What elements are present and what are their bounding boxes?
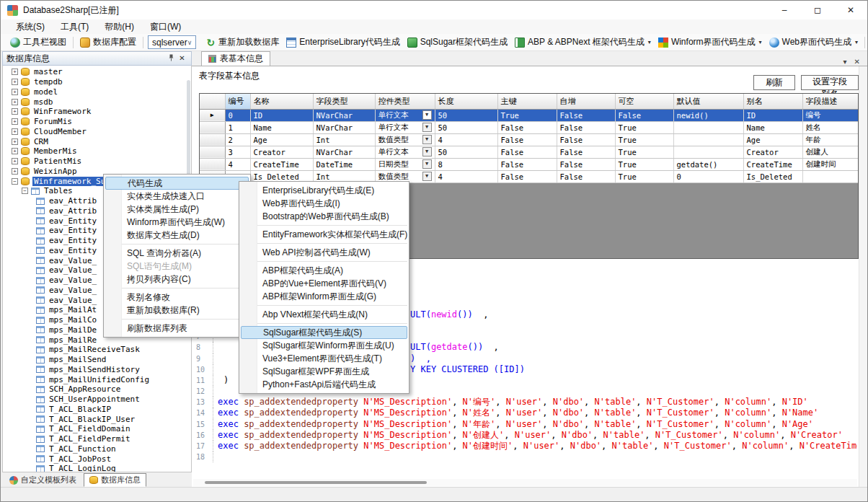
tree-db-ForumMis[interactable]: +ForumMis	[3, 117, 191, 127]
enterpriselibrary-codegen-button[interactable]: EnterpriseLibrary代码生成	[283, 35, 403, 50]
grid-cell[interactable]: 50	[435, 109, 497, 121]
grid-cell[interactable]: 创建时间	[802, 158, 858, 170]
menubar-item[interactable]: 帮助(H)	[97, 19, 142, 35]
grid-cell[interactable]: False	[557, 170, 615, 182]
tree-db-PatientMis[interactable]: +PatientMis	[3, 157, 191, 167]
submenu-item-9[interactable]: ABP的Vue+Element界面代码(V)	[239, 277, 409, 290]
grid-cell[interactable]: True	[615, 170, 673, 182]
grid-cell[interactable]: DateTime	[313, 158, 375, 170]
expand-icon[interactable]: +	[12, 128, 18, 135]
grid-cell[interactable]: Int	[313, 133, 375, 146]
expand-icon[interactable]: +	[12, 118, 18, 125]
column-header-1[interactable]: 名称	[250, 94, 313, 109]
abp-codegen-button[interactable]: ABP & ABPNext 框架代码生成▾	[511, 35, 655, 50]
grid-cell[interactable]: 4	[435, 170, 497, 182]
row-selector[interactable]	[200, 133, 225, 146]
grid-cell[interactable]: False	[497, 146, 557, 158]
expand-icon[interactable]: +	[12, 99, 18, 105]
grid-cell[interactable]: 编号	[802, 109, 858, 121]
tree-db-tempdb[interactable]: +tempdb	[3, 77, 191, 87]
grid-cell[interactable]: ID	[250, 109, 313, 121]
row-selector[interactable]	[200, 158, 225, 170]
grid-cell[interactable]: True	[615, 158, 673, 170]
submenu-item-17[interactable]: SqlSugar框架WPF界面生成	[239, 365, 409, 378]
column-header-0[interactable]: 编号	[225, 94, 250, 109]
column-header-6[interactable]: 自增	[557, 94, 615, 109]
tree-table-T_ACL_LoginLog[interactable]: T_ACL_LoginLog	[3, 464, 191, 472]
tree-db-MemberMis[interactable]: +MemberMis	[3, 146, 191, 157]
grid-cell[interactable]: 0	[225, 109, 250, 121]
close-button[interactable]: ✕	[834, 1, 867, 19]
grid-cell[interactable]: 单行文本▼	[375, 121, 435, 133]
context-menu-item-0[interactable]: 代码生成▸	[105, 177, 249, 190]
expand-icon[interactable]: +	[12, 148, 18, 154]
column-header-4[interactable]: 长度	[435, 94, 497, 109]
expand-icon[interactable]: +	[12, 89, 18, 95]
winform-codegen-button[interactable]: Winform界面代码生成▾	[655, 35, 766, 50]
row-selector[interactable]	[200, 146, 225, 158]
tab-list-chevron-icon[interactable]: ▾	[843, 58, 847, 66]
grid-cell[interactable]: 4	[435, 133, 497, 146]
grid-cell[interactable]: False	[497, 158, 557, 170]
column-header-9[interactable]: 别名	[743, 94, 802, 109]
submenu-item-18[interactable]: Python+FastApi后端代码生成	[239, 378, 409, 391]
tree-table-T_ACL_Function[interactable]: T_ACL_Function	[3, 444, 191, 454]
minimize-button[interactable]: –	[768, 1, 801, 19]
submenu-item-16[interactable]: Vue3+Element界面代码生成(T)	[239, 352, 409, 365]
column-header-2[interactable]: 字段类型	[313, 94, 375, 109]
grid-cell[interactable]: newid()	[673, 109, 743, 121]
panel-close-icon[interactable]: ✕	[177, 55, 187, 62]
expand-icon[interactable]: −	[12, 178, 18, 185]
dropdown-icon[interactable]: ▼	[422, 110, 432, 120]
menubar-item[interactable]: 窗口(W)	[142, 19, 189, 35]
grid-cell[interactable]: CreateTime	[743, 158, 802, 170]
sqlsugar-codegen-button[interactable]: SqlSugar框架代码生成	[404, 35, 511, 50]
tree-table-T_ACL_FieldDomain[interactable]: T_ACL_FieldDomain	[3, 424, 191, 434]
grid-cell[interactable]: True	[497, 109, 557, 121]
maximize-button[interactable]: ◻	[801, 1, 834, 19]
context-menu-item-13[interactable]: 刷新数据库列表	[104, 322, 250, 335]
submenu-item-6[interactable]: Web API控制器代码生成(W)	[239, 246, 409, 259]
expand-icon[interactable]: +	[12, 138, 18, 145]
context-menu-item-11[interactable]: 重新加载数据库(R)	[104, 304, 250, 317]
submenu-item-15[interactable]: SqlSugar框架Winform界面生成(U)	[239, 339, 409, 352]
tree-table-SCH_AppResource[interactable]: SCH_AppResource	[3, 384, 191, 395]
context-menu-item-2[interactable]: 实体类属性生成(P)	[104, 203, 250, 216]
dropdown-icon[interactable]: ▼	[422, 135, 432, 144]
submenu-item-14[interactable]: SqlSugar框架代码生成(S)	[241, 326, 407, 339]
grid-cell[interactable]	[673, 121, 743, 133]
grid-cell[interactable]: 数值类型▼	[375, 133, 435, 146]
grid-cell[interactable]: Age	[250, 133, 313, 146]
expand-icon[interactable]: +	[12, 158, 18, 164]
tree-db-CRM[interactable]: +CRM	[3, 136, 191, 146]
tree-db-master[interactable]: +master	[3, 67, 191, 77]
grid-cell[interactable]: False	[497, 121, 557, 133]
grid-cell[interactable]: True	[615, 133, 673, 146]
grid-cell[interactable]: 8	[435, 158, 497, 170]
grid-cell[interactable]: Age	[743, 133, 802, 146]
tree-table-SCH_UserAppointment[interactable]: SCH_UserAppointment	[3, 395, 191, 405]
dropdown-icon[interactable]: ▼	[422, 147, 432, 157]
grid-cell[interactable]: Is_Deleted	[743, 170, 802, 182]
expand-icon[interactable]: −	[22, 188, 28, 194]
tree-table-mps_MailReceiveTask[interactable]: mps_MailReceiveTask	[3, 345, 191, 355]
toolbar-view-button[interactable]: 工具栏视图	[6, 35, 70, 50]
tree-table-mps_MailSend[interactable]: mps_MailSend	[3, 355, 191, 365]
grid-cell[interactable]: Creator	[250, 146, 313, 158]
web-codegen-button[interactable]: Web界面代码生成▾	[766, 35, 862, 50]
database-config-button[interactable]: 数据库配置	[76, 35, 140, 50]
grid-cell[interactable]: Name	[743, 121, 802, 133]
grid-cell[interactable]: 50	[435, 146, 497, 158]
tab-close-icon[interactable]: ✕	[854, 58, 860, 66]
dropdown-icon[interactable]: ▼	[422, 123, 432, 132]
grid-cell[interactable]: 50	[435, 121, 497, 133]
submenu-item-1[interactable]: Web界面代码生成(I)	[239, 197, 409, 210]
grid-cell[interactable]: False	[615, 109, 673, 121]
tree-db-msdb[interactable]: +msdb	[3, 97, 191, 107]
submenu-item-2[interactable]: Bootstrap的Web界面代码生成(B)	[239, 210, 409, 223]
grid-cell[interactable]: NVarChar	[313, 109, 375, 121]
context-menu-item-8[interactable]: 拷贝列表内容(C)	[104, 273, 250, 286]
grid-cell[interactable]: True	[615, 121, 673, 133]
tree-table-T_ACL_BlackIP[interactable]: T_ACL_BlackIP	[3, 405, 191, 415]
grid-cell[interactable]: True	[615, 146, 673, 158]
